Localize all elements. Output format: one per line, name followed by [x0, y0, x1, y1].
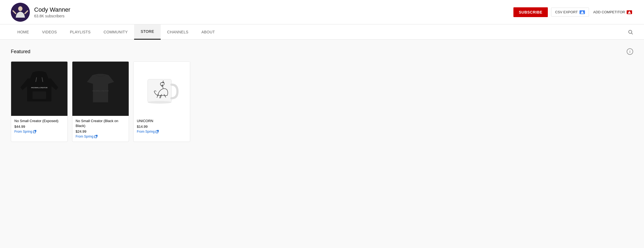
main-content: Featured i #NOSMALLCRE [0, 40, 644, 248]
channel-info: Cody Wanner 63.8K subscribers [11, 3, 513, 22]
svg-rect-18 [148, 79, 171, 102]
svg-rect-9 [33, 91, 46, 99]
product-info-2: No Small Creator (Black on Black) $24.99… [72, 116, 129, 142]
add-competitor-label: ADD COMPETITOR [593, 10, 625, 14]
avatar [11, 3, 30, 22]
product-source-3[interactable]: From Spring [137, 130, 187, 133]
header-actions: SUBSCRIBE CSV EXPORT ADD COMPETITOR [513, 7, 633, 17]
info-icon[interactable]: i [627, 48, 633, 55]
svg-point-1 [18, 6, 22, 11]
nav-item-store[interactable]: STORE [134, 24, 160, 40]
product-image-1: #NOSMALLCREATOR [11, 62, 67, 116]
product-card-3[interactable]: UNICORN $14.99 From Spring [133, 61, 190, 142]
subscribe-button[interactable]: SUBSCRIBE [513, 7, 548, 17]
svg-text:#NOSMALLCREATOR: #NOSMALLCREATOR [92, 90, 109, 92]
page-header: Cody Wanner 63.8K subscribers SUBSCRIBE … [0, 0, 644, 24]
product-name-3: UNICORN [137, 119, 187, 123]
product-image-2: #NOSMALLCREATOR [72, 62, 129, 116]
channel-text: Cody Wanner 63.8K subscribers [34, 6, 70, 18]
nav-item-community[interactable]: COMMUNITY [97, 24, 134, 40]
svg-marker-5 [628, 11, 631, 14]
add-competitor-button[interactable]: ADD COMPETITOR [592, 8, 633, 16]
product-name-2: No Small Creator (Black on Black) [76, 119, 125, 128]
product-price-3: $14.99 [137, 125, 187, 129]
nav-item-home[interactable]: HOME [11, 24, 35, 40]
product-card-2[interactable]: #NOSMALLCREATOR No Small Creator (Black … [72, 61, 129, 142]
products-grid: #NOSMALLCREATOR No Small Creator (Expose… [11, 61, 633, 142]
nav-item-playlists[interactable]: PLAYLISTS [63, 24, 97, 40]
featured-title: Featured [11, 49, 30, 55]
product-price-1: $44.99 [14, 125, 64, 129]
product-source-1[interactable]: From Spring [14, 130, 64, 133]
svg-marker-4 [581, 11, 584, 14]
product-name-1: No Small Creator (Exposed) [14, 119, 64, 123]
product-source-2[interactable]: From Spring [76, 135, 125, 138]
product-info-1: No Small Creator (Exposed) $44.99 From S… [11, 116, 67, 137]
nav-item-channels[interactable]: CHANNELS [161, 24, 195, 40]
featured-section-header: Featured i [11, 48, 633, 55]
svg-point-6 [629, 30, 632, 33]
main-nav: HOME VIDEOS PLAYLISTS COMMUNITY STORE CH… [0, 24, 644, 40]
search-icon[interactable] [628, 29, 633, 35]
svg-line-7 [632, 33, 633, 34]
csv-export-button[interactable]: CSV EXPORT [551, 8, 589, 17]
nav-item-videos[interactable]: VIDEOS [35, 24, 63, 40]
product-card-1[interactable]: #NOSMALLCREATOR No Small Creator (Expose… [11, 61, 68, 142]
csv-export-label: CSV EXPORT [555, 10, 578, 14]
product-price-2: $24.99 [76, 129, 125, 133]
csv-export-icon [580, 10, 585, 14]
nav-item-about[interactable]: ABOUT [195, 24, 221, 40]
product-image-3 [134, 62, 190, 116]
channel-name: Cody Wanner [34, 6, 70, 13]
add-competitor-icon [627, 10, 632, 14]
subscriber-count: 63.8K subscribers [34, 14, 70, 18]
svg-text:#NOSMALLCREATOR: #NOSMALLCREATOR [31, 87, 48, 88]
product-info-3: UNICORN $14.99 From Spring [134, 116, 190, 137]
svg-point-19 [148, 101, 171, 104]
